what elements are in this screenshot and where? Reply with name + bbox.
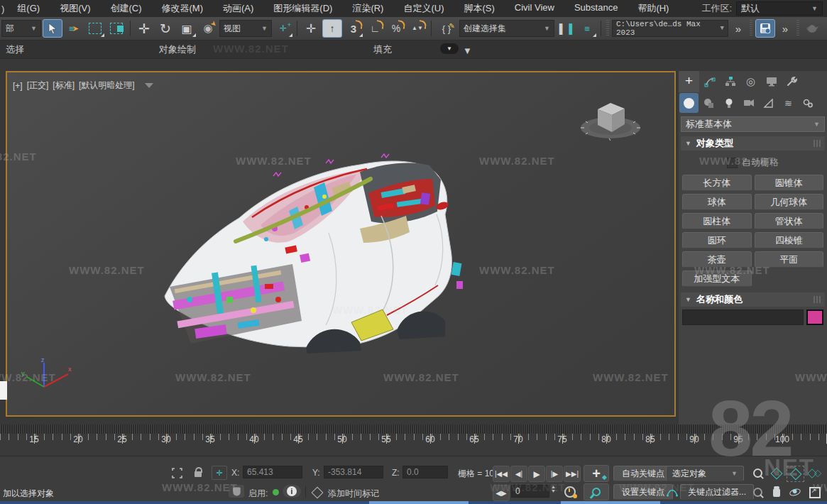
toolbar-overflow-button[interactable]: » — [730, 19, 747, 38]
car-body-model[interactable] — [147, 87, 473, 363]
isolate-selection-icon[interactable] — [169, 466, 185, 480]
use-selection-center-button[interactable]: ↑ — [322, 19, 342, 38]
object-type-button[interactable]: 球体 — [682, 194, 752, 210]
selection-region-button[interactable] — [85, 19, 105, 38]
zoom-region-icon[interactable] — [750, 485, 766, 500]
object-type-button[interactable]: 管状体 — [755, 213, 824, 229]
toolbar-grip[interactable] — [750, 20, 752, 37]
previous-frame-button[interactable]: ◀| — [510, 466, 527, 482]
menu-item[interactable]: 组(G) — [7, 2, 50, 15]
toolbar-grip[interactable] — [796, 20, 799, 37]
go-to-end-button[interactable]: ▶▶| — [564, 466, 581, 482]
menu-item[interactable]: 渲染(R) — [342, 2, 393, 15]
menu-item-cut[interactable]: ) — [0, 4, 7, 14]
tab-motion[interactable]: ◎ — [740, 72, 761, 92]
rollout-name-color[interactable]: ▼ 名称和颜色 — [681, 292, 825, 307]
tab-modify[interactable] — [699, 72, 720, 92]
time-configuration-icon[interactable] — [562, 485, 578, 499]
named-selection-set-dropdown[interactable]: 创建选择集▼ — [459, 20, 554, 37]
viewcube[interactable] — [578, 95, 643, 141]
menu-item[interactable]: 图形编辑器(D) — [263, 2, 342, 15]
tab-utilities[interactable] — [782, 72, 802, 92]
x-coordinate-field[interactable]: 65.413 — [243, 466, 302, 478]
object-color-swatch[interactable] — [806, 309, 823, 325]
menu-item[interactable]: 视图(V) — [50, 2, 100, 15]
tab-hierarchy[interactable] — [720, 72, 740, 92]
select-and-rotate-button[interactable]: ↻ — [155, 19, 175, 38]
object-type-button[interactable]: 长方体 — [682, 175, 752, 191]
maximize-viewport-icon[interactable] — [806, 485, 823, 500]
menu-item[interactable]: 动画(A) — [213, 2, 263, 15]
viewport-menu-pov[interactable]: [正交] — [27, 80, 49, 92]
undo-scene-dropdown[interactable]: 部▼ — [1, 20, 41, 37]
use-pivot-center-button[interactable]: ✛ — [301, 19, 321, 38]
add-time-tag-label[interactable]: 添加时间标记 — [328, 488, 379, 500]
object-type-button[interactable]: 圆锥体 — [755, 175, 824, 191]
key-filter-curve-icon[interactable] — [664, 485, 680, 499]
toolbar-overflow-button[interactable]: » — [777, 19, 794, 38]
menu-item[interactable]: 脚本(S) — [454, 2, 505, 15]
communicate-shield-icon[interactable] — [229, 485, 244, 498]
object-type-button[interactable]: 几何球体 — [755, 194, 824, 210]
orbit-icon[interactable] — [787, 485, 803, 500]
key-mode-toggle-button[interactable]: ◀▶ — [493, 485, 510, 501]
angle-snap-button[interactable]: ∟ — [365, 19, 385, 38]
object-type-button[interactable]: 圆环 — [682, 232, 752, 248]
object-type-button[interactable]: 圆柱体 — [682, 213, 752, 229]
ribbon-minimize-button[interactable]: ▼ — [440, 43, 459, 54]
tab-display[interactable] — [761, 72, 782, 92]
tab-create[interactable]: + — [679, 71, 699, 92]
snaps-toggle-extra-button[interactable]: ✛+ — [273, 19, 293, 38]
project-folder-dropdown[interactable]: C:\Users\de…ds Max 2023▼ — [612, 20, 728, 37]
ribbon-tab-object-paint[interactable]: 对象绘制 — [159, 43, 196, 56]
menu-item[interactable]: 帮助(H) — [628, 2, 679, 15]
category-systems[interactable] — [799, 93, 818, 113]
reference-coordsys-dropdown[interactable]: 视图▼ — [219, 20, 272, 37]
viewport-menu-general[interactable]: [+] — [13, 81, 23, 91]
save-file-button[interactable] — [755, 19, 775, 38]
select-by-name-button[interactable]: ≡➤ — [64, 19, 84, 38]
set-key-plus-button[interactable]: +◆ — [584, 465, 609, 482]
window-crossing-button[interactable] — [106, 19, 126, 38]
object-type-button[interactable]: 平面 — [755, 251, 824, 268]
info-button[interactable]: i — [283, 485, 301, 498]
select-and-move-button[interactable]: ✛ — [134, 19, 154, 38]
toolbar-grip[interactable] — [606, 20, 609, 37]
object-name-input[interactable] — [682, 309, 804, 325]
current-frame-field[interactable]: 0 — [511, 485, 549, 498]
category-space-warps[interactable]: ≋ — [779, 93, 798, 113]
viewport[interactable]: [+] [正交] [标准] [默认明暗处理] — [6, 71, 676, 417]
zoom-extents-icon[interactable] — [787, 466, 804, 482]
absolute-mode-icon[interactable]: ✛ — [212, 466, 227, 480]
spinner-snap-button[interactable]: ▲▼ — [407, 19, 427, 38]
zoom-extents-all-icon[interactable] — [806, 466, 823, 481]
menu-item[interactable]: 自定义(U) — [393, 2, 454, 15]
snap-toggle-3d-button[interactable]: 3 — [344, 19, 363, 38]
rollout-object-type[interactable]: ▼ 对象类型 — [681, 136, 825, 150]
menu-item[interactable]: 创建(C) — [100, 2, 151, 15]
next-frame-button[interactable]: |▶ — [546, 466, 563, 482]
edit-named-selection-sets-button[interactable]: { }✎ — [435, 19, 458, 38]
render-setup-button[interactable] — [802, 19, 822, 38]
autogrid-checkbox[interactable] — [727, 158, 738, 168]
primitive-category-dropdown[interactable]: 标准基本体 ▼ — [681, 116, 825, 132]
select-object-button[interactable] — [43, 19, 62, 38]
category-geometry[interactable] — [679, 93, 699, 113]
go-to-start-button[interactable]: |◀◀ — [493, 466, 510, 482]
category-helpers[interactable] — [759, 93, 778, 113]
category-lights[interactable] — [719, 93, 738, 113]
category-shapes[interactable] — [699, 93, 718, 113]
selection-set-filter-dropdown[interactable]: 选定对象▼ — [666, 466, 744, 481]
zoom-icon[interactable] — [750, 466, 766, 481]
percent-snap-button[interactable]: % — [386, 19, 406, 38]
z-coordinate-field[interactable]: 0.0 — [402, 466, 448, 478]
object-type-button[interactable]: 茶壶 — [682, 251, 752, 268]
object-type-button[interactable]: 四棱锥 — [755, 232, 824, 248]
pan-hand-icon[interactable] — [768, 485, 784, 500]
chevron-down-icon[interactable]: ▼ — [463, 45, 472, 56]
viewport-menu-standard[interactable]: [标准] — [53, 80, 75, 92]
play-button[interactable]: ▶ — [528, 466, 545, 482]
set-keys-key-button[interactable] — [584, 483, 609, 500]
auto-key-toggle[interactable]: 自动关键点 — [613, 466, 673, 481]
workspace-dropdown[interactable]: 默认 ▼ — [736, 1, 823, 16]
